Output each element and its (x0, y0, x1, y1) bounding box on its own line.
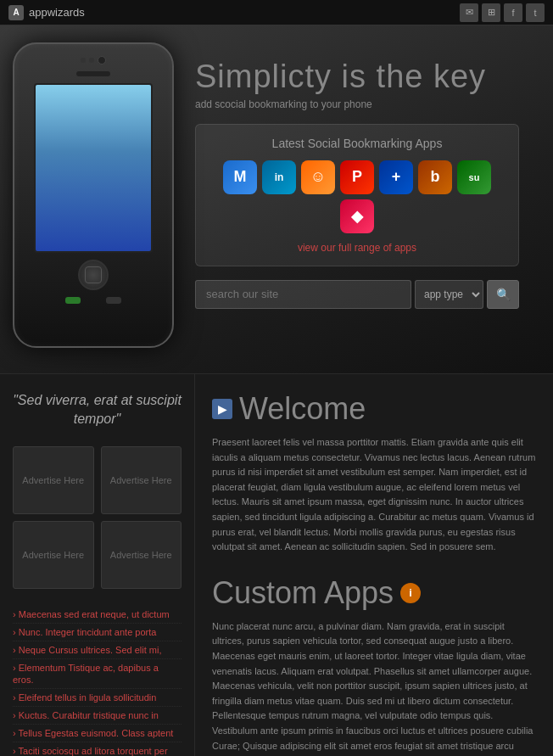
phone-top (14, 44, 172, 64)
app-icon-myspace[interactable]: M (223, 160, 257, 194)
phone (13, 42, 174, 348)
ad-box-3[interactable]: Advertise Here (13, 521, 94, 589)
twitter-icon[interactable]: t (526, 3, 545, 22)
phone-home-inner (85, 266, 102, 283)
header: A appwizards ✉ ⊞ f t (0, 0, 553, 25)
welcome-arrow-icon: ▶ (212, 399, 232, 419)
view-apps-link[interactable]: view our full range of apps (208, 242, 506, 254)
app-icon-bebo[interactable]: b (418, 160, 452, 194)
phone-camera (98, 56, 106, 64)
sidebar-quote: "Sed viverra, erat at suscipit tempor" (13, 391, 182, 429)
ad-box-2[interactable]: Advertise Here (101, 446, 182, 514)
logo-text: appwizards (29, 6, 85, 19)
sidebar: "Sed viverra, erat at suscipit tempor" A… (0, 374, 195, 756)
content-area: ▶ Welcome Praesent laoreet felis vel mas… (195, 374, 553, 756)
main-content: "Sed viverra, erat at suscipit tempor" A… (0, 374, 553, 756)
app-icon-linkedin[interactable]: in (262, 160, 296, 194)
search-bar: app type 🔍 (195, 280, 519, 309)
custom-apps-text: Nunc placerat nunc arcu, a pulvinar diam… (212, 619, 536, 756)
welcome-text: Praesent laoreet felis vel massa porttit… (212, 435, 536, 555)
welcome-title: ▶ Welcome (212, 391, 536, 427)
app-type-select[interactable]: app type (415, 280, 483, 309)
hero-title: Simplicty is the key (195, 59, 519, 95)
custom-apps-badge: i (400, 583, 421, 603)
sidebar-link-4[interactable]: Elementum Tistique ac, dapibus a eros. (13, 663, 159, 685)
search-button[interactable]: 🔍 (487, 280, 519, 309)
ad-box-4[interactable]: Advertise Here (101, 521, 182, 589)
search-icon: 🔍 (496, 288, 511, 301)
sidebar-link-item: Maecenas sed erat neque, ut dictum (13, 606, 182, 624)
custom-apps-section: Custom Apps i Nunc placerat nunc arcu, a… (212, 575, 536, 756)
custom-apps-title: Custom Apps i (212, 575, 536, 611)
phone-screen (34, 83, 153, 253)
phone-home-button (78, 260, 109, 290)
sidebar-links: Maecenas sed erat neque, ut dictum Nunc.… (13, 606, 182, 756)
welcome-section: ▶ Welcome Praesent laoreet felis vel mas… (212, 391, 536, 555)
app-icon-plus[interactable]: + (379, 160, 413, 194)
phone-dot-2 (89, 58, 94, 63)
hero-section: Simplicty is the key add scocial bookmar… (0, 25, 553, 373)
ad-box-1[interactable]: Advertise Here (13, 446, 94, 514)
phone-btn-left (65, 297, 81, 304)
facebook-icon[interactable]: f (504, 3, 522, 22)
sidebar-link-item: Kuctus. Curabitur tristique nunc in (13, 707, 182, 725)
hero-subtitle: add scocial bookmarking to your phone (195, 98, 519, 110)
phone-graphic (0, 34, 187, 356)
app-icon-smiley[interactable]: ☺ (301, 160, 335, 194)
sidebar-link-6[interactable]: Kuctus. Curabitur tristique nunc in (13, 710, 159, 720)
sidebar-link-item: Nunc. Integer tincidunt ante porta (13, 624, 182, 641)
app-icons-row: M in ☺ P + b su ◆ (208, 160, 506, 233)
ad-grid: Advertise Here Advertise Here Advertise … (13, 446, 182, 589)
sidebar-link-5[interactable]: Eleifend tellus in ligula sollicitudin (13, 692, 156, 703)
app-icon-digg[interactable]: ◆ (340, 199, 374, 233)
header-icons: ✉ ⊞ f t (460, 3, 545, 22)
sidebar-link-item: Tellus Egestas euismod. Class aptent (13, 725, 182, 742)
grid-icon[interactable]: ⊞ (482, 3, 500, 22)
sidebar-link-1[interactable]: Maecenas sed erat neque, ut dictum (13, 609, 170, 619)
phone-dot-1 (81, 58, 86, 63)
app-icon-stumbleupon[interactable]: su (457, 160, 491, 194)
sidebar-link-2[interactable]: Nunc. Integer tincidunt ante porta (13, 627, 156, 637)
sidebar-link-item: Neque Cursus ultrices. Sed elit mi, (13, 641, 182, 659)
sidebar-link-7[interactable]: Tellus Egestas euismod. Class aptent (13, 728, 173, 738)
sidebar-link-3[interactable]: Neque Cursus ultrices. Sed elit mi, (13, 645, 161, 655)
sidebar-link-8[interactable]: Taciti sociosqu ad litora torquent per (13, 746, 168, 756)
header-logo: A appwizards (8, 5, 85, 20)
email-icon[interactable]: ✉ (460, 3, 478, 22)
sidebar-link-item: Taciti sociosqu ad litora torquent per (13, 742, 182, 756)
phone-btn-right (106, 297, 121, 304)
phone-bottom-buttons (14, 297, 172, 304)
app-icon-plancast[interactable]: P (340, 160, 374, 194)
app-showcase-title: Latest Social Bookmarking Apps (208, 137, 506, 150)
app-showcase: Latest Social Bookmarking Apps M in ☺ P … (195, 124, 519, 266)
logo-icon: A (8, 5, 24, 20)
hero-right: Simplicty is the key add scocial bookmar… (187, 42, 536, 309)
phone-speaker (76, 71, 110, 76)
sidebar-link-item: Elementum Tistique ac, dapibus a eros. (13, 659, 182, 689)
search-input[interactable] (195, 280, 411, 309)
sidebar-link-item: Eleifend tellus in ligula sollicitudin (13, 689, 182, 707)
